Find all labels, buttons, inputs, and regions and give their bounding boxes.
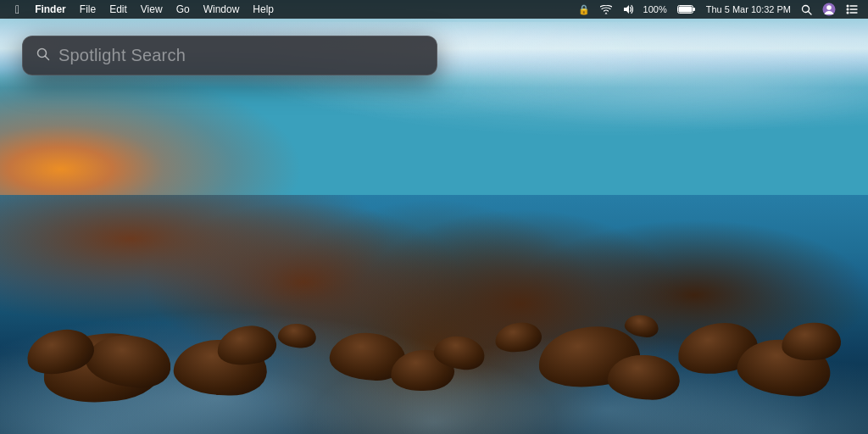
battery-status-icon[interactable]: [674, 4, 699, 14]
menu-file[interactable]: File: [73, 0, 103, 19]
svg-point-9: [847, 8, 849, 11]
menubar-right: 🔒 100% Thu 5 Mar 10:32: [575, 3, 861, 16]
menu-edit[interactable]: Edit: [103, 0, 134, 19]
wifi-status-icon[interactable]: [597, 5, 615, 14]
svg-line-15: [46, 56, 49, 59]
user-icon: [822, 3, 836, 16]
apple-menu[interactable]: : [7, 0, 28, 19]
volume-icon: [622, 4, 633, 14]
svg-point-7: [826, 5, 832, 10]
wifi-icon: [600, 5, 612, 14]
datetime[interactable]: Thu 5 Mar 10:32 PM: [703, 4, 794, 14]
spotlight-search-icon: [36, 47, 50, 64]
apple-logo-icon: : [15, 3, 19, 16]
battery-icon: [677, 4, 696, 14]
svg-point-8: [847, 5, 849, 8]
menubar-left:  Finder File Edit View Go Window Help: [7, 0, 281, 19]
user-avatar-icon[interactable]: [819, 3, 839, 16]
spotlight-overlay: [22, 36, 437, 75]
svg-line-5: [809, 11, 812, 14]
search-menubar-icon: [801, 4, 812, 15]
spotlight-search-bar[interactable]: [22, 36, 437, 75]
list-icon: [846, 4, 858, 14]
menu-help[interactable]: Help: [246, 0, 281, 19]
battery-percent: 100%: [640, 4, 670, 14]
lock-icon: 🔒: [578, 4, 590, 15]
app-name[interactable]: Finder: [28, 0, 73, 19]
svg-marker-0: [624, 5, 629, 14]
volume-status-icon[interactable]: [619, 4, 637, 14]
menubar:  Finder File Edit View Go Window Help 🔒: [0, 0, 868, 19]
lock-status-icon: 🔒: [575, 4, 593, 15]
svg-rect-3: [678, 7, 692, 13]
svg-point-10: [847, 12, 849, 14]
menu-go[interactable]: Go: [170, 0, 197, 19]
control-center-icon[interactable]: [843, 4, 861, 14]
spotlight-menubar-icon[interactable]: [798, 4, 815, 15]
menu-window[interactable]: Window: [197, 0, 247, 19]
rocks-layer: [0, 195, 868, 412]
spotlight-search-input[interactable]: [58, 46, 423, 65]
menu-view[interactable]: View: [134, 0, 170, 19]
svg-rect-2: [693, 8, 695, 11]
